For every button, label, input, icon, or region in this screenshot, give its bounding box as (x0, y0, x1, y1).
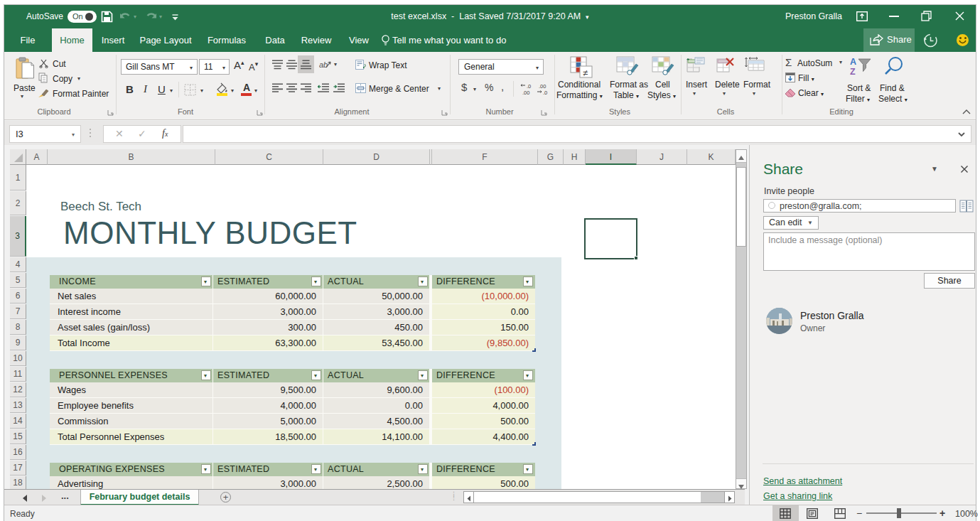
svg-text:.00: .00 (539, 83, 546, 90)
svg-text:.0: .0 (543, 90, 547, 95)
svg-text:≠: ≠ (583, 68, 588, 78)
svg-text:.00: .00 (522, 90, 529, 95)
svg-text:A: A (850, 57, 856, 67)
svg-text:.0: .0 (527, 83, 531, 90)
svg-text:Z: Z (850, 67, 856, 77)
